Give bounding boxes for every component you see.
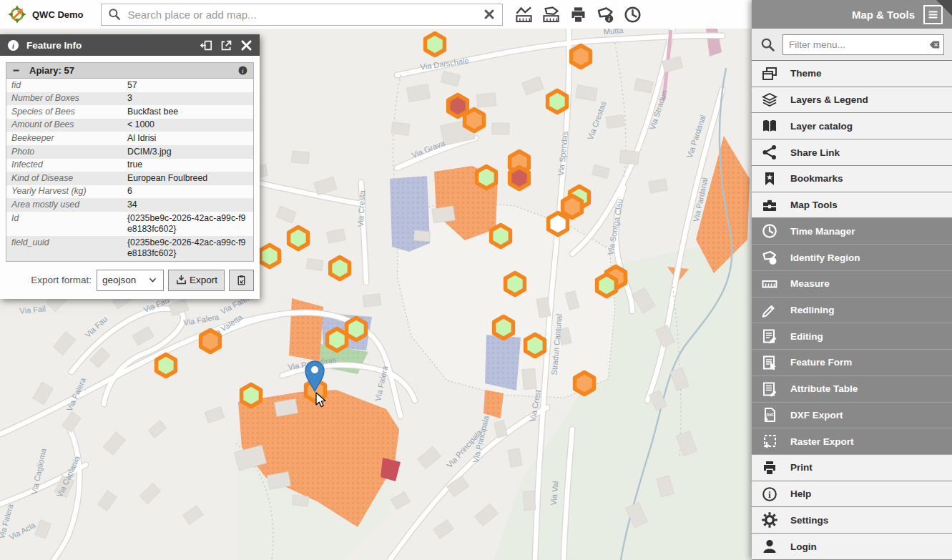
apiary-marker-green[interactable] [289,227,308,250]
apiary-marker-orange[interactable] [563,196,582,218]
theme-icon [761,65,778,82]
apiary-marker-green[interactable] [347,318,366,340]
apiary-marker-green[interactable] [426,34,445,56]
attribute-value: DCIM/3.jpg [122,145,254,159]
menu-toggle-button[interactable] [923,5,943,24]
identify-region-tool[interactable]: i [593,2,619,26]
feature-attribute-row: Infectedtrue [6,159,254,172]
svg-text:i: i [768,489,771,499]
print-tool[interactable] [566,2,592,26]
editing-icon [761,328,778,345]
collapse-icon[interactable] [11,65,22,76]
measure-line-icon [514,5,534,24]
apiary-marker-green[interactable] [548,91,567,113]
apiary-marker-orange[interactable] [571,46,591,68]
feature-info-title: Feature Info [26,40,82,51]
sidebar-item-layers-legend[interactable]: Layers & Legend [752,87,952,114]
svg-text:★: ★ [767,173,773,181]
feature-info-body: Apiary: 57 i fid57Number of Boxes3Specie… [0,56,260,299]
sidebar-item-theme[interactable]: Theme [752,61,952,87]
apiary-marker-green[interactable] [494,317,514,339]
apiary-marker-green[interactable] [597,275,617,297]
apiary-marker-orange[interactable] [465,109,484,132]
feature-attribute-row: Number of Boxes3 [6,92,254,106]
sidebar-item-share-link[interactable]: Share Link [752,139,952,166]
feature-section-header[interactable]: Apiary: 57 i [6,62,254,79]
attribute-value: Al Idrisi [122,132,254,145]
sidebar-item-label: Login [790,541,817,552]
sidebar-item-map-tools[interactable]: Map Tools [752,192,952,219]
apiary-marker-green[interactable] [477,167,496,189]
apiary-marker-green[interactable] [328,329,347,351]
chevron-down-icon [147,275,158,285]
sidebar-item-redlining[interactable]: Redlining [752,298,952,324]
dock-panel-icon[interactable] [200,39,213,52]
menu-filter-row [752,29,952,61]
apiary-marker-green[interactable] [506,273,525,295]
search-input[interactable] [127,8,477,21]
pencil-icon [761,301,778,318]
search-icon [107,7,122,21]
copy-to-clipboard-button[interactable] [229,270,254,291]
sidebar-item-label: Identify Region [790,252,860,263]
time-manager-tool[interactable] [620,2,646,26]
search-clear-icon[interactable] [482,7,496,21]
apiary-marker-green[interactable] [491,225,511,247]
apiary-marker-orange[interactable] [575,373,594,395]
apiary-marker-orange[interactable] [201,330,220,353]
export-format-select[interactable]: geojson [97,270,164,291]
sidebar-item-help[interactable]: iHelp [752,481,952,508]
feature-attribute-row: Species of BeesBuckfast bee [6,105,254,119]
attribute-label: Number of Boxes [6,92,123,106]
apiary-marker-white[interactable] [549,213,568,235]
apiary-marker-green[interactable] [526,335,545,357]
apiary-marker-green[interactable] [330,257,350,280]
sidebar-item-bookmarks[interactable]: ★Bookmarks [752,166,952,192]
measure-line-tool[interactable] [511,2,537,26]
sidebar-item-editing[interactable]: Editing [752,323,952,350]
attribute-label: Kind of Disease [6,172,123,185]
measure-area-tool[interactable] [539,2,564,26]
export-bar: Export format: geojson Export [6,262,254,292]
gear-icon [761,511,778,529]
search-box [101,4,503,26]
dxf-icon: DXF [761,406,778,423]
sidebar-item-settings[interactable]: Settings [752,507,952,534]
close-icon[interactable] [240,39,253,52]
detach-window-icon[interactable] [220,39,233,52]
sidebar-item-label: Bookmarks [790,173,843,184]
apiary-marker-green[interactable] [260,245,280,267]
identify-icon: i [596,5,615,24]
topbar-tools: i [510,2,646,26]
attribute-value: 57 [122,79,254,92]
sidebar-item-print[interactable]: Print [752,455,952,481]
sidebar-item-dxf-export[interactable]: DXFDXF Export [752,403,952,429]
filter-clear-icon[interactable] [928,39,941,51]
hamburger-icon [926,8,940,21]
feature-attribute-table: fid57Number of Boxes3Species of BeesBuck… [6,79,254,262]
filter-search-icon [760,36,776,53]
sidebar-item-feature-form[interactable]: Feature Form [752,350,952,376]
sidebar-item-layer-catalog[interactable]: Layer catalog [752,113,952,139]
sidebar-item-time-manager[interactable]: Time Manager [752,218,952,245]
clock-icon [761,222,778,240]
apiary-marker-green[interactable] [157,355,176,377]
sidebar-item-identify-region[interactable]: iIdentify Region [752,245,952,271]
attribute-label: Species of Bees [6,105,123,119]
feature-attribute-row: Area mostly used34 [6,198,254,212]
sidebar-item-attribute-table[interactable]: Attribute Table [752,376,952,403]
apiary-marker-red[interactable] [510,167,529,190]
sidebar-item-label: Settings [790,515,828,526]
sidebar-item-label: Map Tools [790,200,838,210]
apiary-marker-green[interactable] [242,385,261,407]
sidebar-item-measure[interactable]: Measure [752,271,952,298]
attribute-value: {0235be9c-2026-42ac-a99c-f9e8183fc602} [122,212,254,236]
sidebar-item-raster-export[interactable]: Raster Export [752,428,952,455]
sidebar-item-login[interactable]: Login [752,534,952,560]
export-button[interactable]: Export [168,270,225,291]
feature-info-header: i Feature Info [0,34,260,56]
menu-filter-input[interactable] [782,34,944,55]
download-icon [175,274,187,286]
feature-attribute-row: Amount of Bees< 1000 [6,119,254,132]
feature-attribute-row: PhotoDCIM/3.jpg [6,145,254,159]
